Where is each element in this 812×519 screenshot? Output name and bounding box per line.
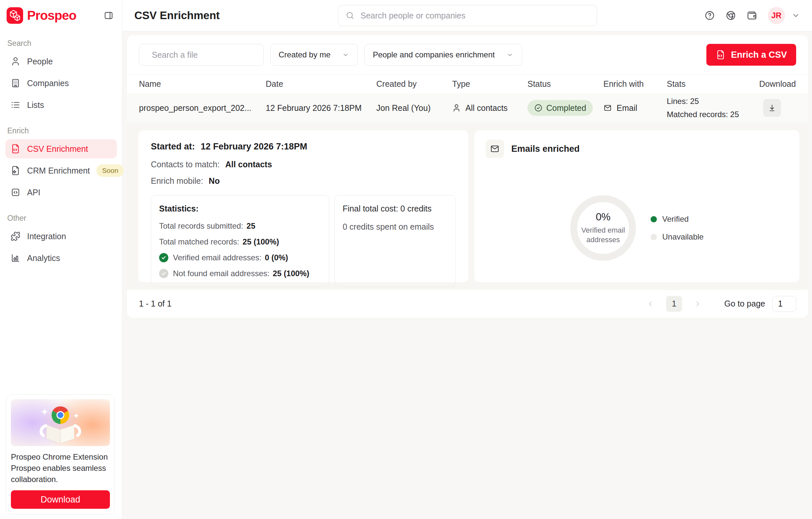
donut-label: Verified email addresses	[577, 226, 630, 244]
prospeo-logo-icon	[7, 7, 23, 24]
download-icon	[768, 103, 776, 112]
row-name: prospeo_person_export_202...	[139, 103, 266, 113]
unavailable-dot-icon	[650, 234, 657, 240]
sidebar-item-crm-enrichment[interactable]: CRM Enrichment Soon	[5, 161, 117, 180]
goto-page-input[interactable]	[773, 296, 796, 312]
created-by-filter[interactable]: Created by me	[270, 44, 358, 66]
global-search-input[interactable]	[360, 10, 589, 21]
section-label-search: Search	[0, 39, 122, 48]
enrichment-board: Created by me People and companies enric…	[127, 35, 808, 317]
download-extension-button[interactable]: Download	[11, 490, 110, 509]
check-circle-icon	[534, 103, 543, 112]
run-summary-card: Started at: 12 February 2026 7:18PM Cont…	[138, 130, 468, 282]
promo-description: Prospeo enables seamless collaboration.	[11, 463, 110, 485]
account-chevron-down-icon[interactable]	[791, 11, 800, 20]
emails-donut-chart: 0% Verified email addresses Verified Una…	[486, 195, 788, 261]
enrich-csv-button[interactable]: Enrich a CSV	[706, 44, 796, 66]
wallet-icon[interactable]	[747, 10, 757, 21]
sidebar-nav-search: People Companies Lists	[0, 48, 122, 115]
avatar[interactable]: JR	[768, 7, 785, 24]
download-button[interactable]	[763, 99, 781, 117]
email-cost-line: 0 credits spent on emails	[343, 222, 447, 232]
main-area: CSV Enrichment JR	[122, 0, 812, 519]
sidebar-item-people[interactable]: People	[5, 52, 117, 71]
not-found-check-icon	[159, 269, 168, 278]
mail-icon	[486, 140, 504, 158]
prev-page-chevron-icon[interactable]	[644, 300, 658, 308]
donut-center: 0% Verified email addresses	[570, 195, 636, 261]
pagination-bar: 1 - 1 of 1 1 Go to page	[127, 289, 808, 318]
col-enrich-with: Enrich with	[603, 79, 667, 89]
statistics-title: Statistics:	[159, 204, 321, 213]
mail-icon	[603, 103, 612, 112]
sidebar-collapse-icon[interactable]	[104, 10, 114, 21]
donut-percent: 0%	[596, 211, 611, 223]
sidebar-item-csv-enrichment[interactable]: CSV Enrichment	[5, 139, 117, 158]
chrome-extension-icon[interactable]	[726, 10, 736, 21]
top-bar: CSV Enrichment JR	[122, 0, 812, 31]
sidebar-item-analytics[interactable]: Analytics	[5, 248, 117, 268]
started-at-line: Started at: 12 February 2026 7:18PM	[151, 142, 456, 152]
enrich-mobile-line: Enrich mobile: No	[151, 176, 456, 186]
promo-title: Prospeo Chrome Extension	[11, 451, 110, 463]
stat-matched: Total matched records: 25 (100%)	[159, 237, 321, 246]
row-created-by: Jon Real (You)	[376, 103, 452, 113]
verified-check-icon	[159, 253, 168, 262]
col-status: Status	[527, 79, 603, 89]
chrome-extension-promo-card: Prospeo Chrome Extension Prospeo enables…	[6, 394, 115, 514]
help-icon[interactable]	[704, 10, 715, 21]
section-label-enrich: Enrich	[0, 126, 122, 135]
table-header: Name Date Created by Type Status Enrich …	[127, 74, 808, 93]
total-cost-line: Final total cost: 0 credits	[343, 204, 447, 213]
filter-bar: Created by me People and companies enric…	[127, 35, 808, 74]
csv-file-icon	[10, 144, 21, 154]
col-created-by: Created by	[376, 79, 452, 89]
row-stats: Lines: 25 Matched records: 25	[667, 95, 759, 121]
puzzle-icon	[10, 231, 21, 241]
col-name: Name	[139, 79, 266, 89]
promo-illustration	[11, 399, 110, 446]
col-stats: Stats	[667, 79, 759, 89]
stat-not-found: Not found email addresses: 25 (100%)	[159, 269, 321, 278]
cost-card: Final total cost: 0 credits 0 credits sp…	[335, 195, 456, 287]
crm-file-icon	[10, 165, 21, 176]
page-number-button[interactable]: 1	[666, 296, 682, 312]
brand-name: Prospeo	[27, 8, 76, 23]
sidebar-item-lists[interactable]: Lists	[5, 95, 117, 115]
chevron-down-icon	[506, 51, 514, 59]
goto-page-label: Go to page	[724, 299, 765, 308]
donut: 0% Verified email addresses	[570, 195, 636, 261]
sidebar-nav-other: Integration Analytics	[0, 223, 122, 268]
enrichment-type-filter[interactable]: People and companies enrichment	[365, 44, 522, 66]
api-code-icon	[10, 187, 21, 197]
sidebar-item-integration[interactable]: Integration	[5, 227, 117, 246]
global-search	[338, 5, 597, 26]
verified-dot-icon	[650, 216, 657, 222]
file-search-input[interactable]	[151, 50, 259, 60]
row-download	[759, 99, 796, 117]
emails-enriched-title: Emails enriched	[511, 144, 580, 154]
status-badge: Completed	[527, 100, 593, 116]
sidebar-item-companies[interactable]: Companies	[5, 73, 117, 93]
legend-verified: Verified	[650, 214, 703, 224]
sidebar-item-api[interactable]: API	[5, 183, 117, 202]
summary-inner-cards: Statistics: Total records submitted: 25 …	[151, 195, 456, 287]
list-icon	[10, 100, 21, 110]
stat-submitted: Total records submitted: 25	[159, 221, 321, 231]
search-icon	[345, 11, 354, 20]
row-date: 12 February 2026 7:18PM	[266, 103, 376, 113]
col-date: Date	[266, 79, 376, 89]
top-actions: JR	[704, 7, 800, 24]
file-search	[139, 44, 264, 66]
table-row[interactable]: prospeo_person_export_202... 12 February…	[127, 93, 808, 122]
contacts-to-match-line: Contacts to match: All contacts	[151, 160, 456, 169]
col-download: Download	[759, 79, 796, 89]
sidebar: Prospeo Search People Companies Lists En…	[0, 0, 122, 519]
col-type: Type	[452, 79, 527, 89]
next-page-chevron-icon[interactable]	[691, 300, 704, 308]
bar-chart-icon	[10, 253, 21, 263]
stat-verified: Verified email addresses: 0 (0%)	[159, 253, 321, 262]
user-icon	[10, 56, 21, 66]
legend-unavailable: Unavailable	[650, 232, 703, 242]
statistics-card: Statistics: Total records submitted: 25 …	[151, 195, 329, 287]
